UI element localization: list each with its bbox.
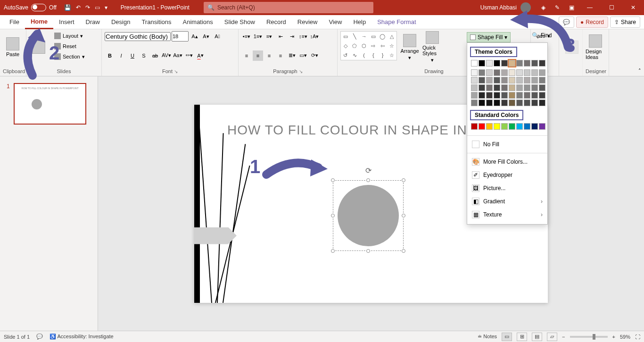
align-right-button[interactable]: ≡ [264, 50, 274, 61]
spacing-button[interactable]: AV▾ [161, 50, 172, 61]
smartart-button[interactable]: ⟳▾ [309, 50, 320, 61]
tab-record[interactable]: Record [261, 15, 292, 29]
minimize-button[interactable]: — [579, 4, 601, 11]
color-swatch[interactable] [486, 69, 493, 76]
line-spacing-button[interactable]: ↕≡▾ [298, 31, 308, 42]
color-swatch[interactable] [501, 77, 508, 83]
color-swatch[interactable] [524, 60, 530, 67]
color-swatch[interactable] [501, 92, 508, 99]
reset-button[interactable]: Reset [51, 42, 88, 51]
align-center-button[interactable]: ≡ [253, 50, 263, 61]
color-swatch[interactable] [531, 123, 538, 130]
color-swatch[interactable] [531, 84, 538, 91]
notes-button[interactable]: ≐ Notes [478, 334, 497, 340]
zoom-slider[interactable] [570, 336, 608, 338]
comments-button[interactable]: 💬 [559, 17, 574, 28]
numbering-button[interactable]: 1≡▾ [253, 31, 263, 42]
strike-button[interactable]: ab [150, 50, 160, 61]
design-ideas-button[interactable]: Design Ideas [586, 31, 605, 63]
color-swatch[interactable] [516, 77, 523, 83]
resize-handle[interactable] [331, 178, 335, 182]
bullets-button[interactable]: •≡▾ [241, 31, 252, 42]
color-swatch[interactable] [509, 92, 515, 99]
color-swatch[interactable] [479, 69, 485, 76]
color-swatch[interactable] [494, 60, 500, 67]
color-swatch[interactable] [501, 100, 508, 106]
resize-handle[interactable] [366, 178, 370, 182]
resize-handle[interactable] [402, 249, 405, 253]
color-swatch[interactable] [516, 84, 523, 91]
paste-button[interactable]: Paste [3, 31, 23, 63]
color-swatch[interactable] [524, 123, 530, 130]
comments-status-icon[interactable]: 💬 [36, 334, 43, 340]
bold-button[interactable]: B [105, 50, 115, 61]
qat-customize-icon[interactable]: ▾ [105, 4, 107, 11]
tab-file[interactable]: File [4, 15, 25, 29]
color-swatch[interactable] [486, 77, 493, 83]
collapse-ribbon-icon[interactable]: ˄ [638, 68, 641, 74]
color-swatch[interactable] [524, 100, 530, 106]
tab-animations[interactable]: Animations [177, 15, 219, 29]
color-swatch[interactable] [539, 60, 545, 67]
color-swatch[interactable] [471, 123, 478, 130]
resize-handle[interactable] [402, 178, 405, 182]
color-swatch[interactable] [531, 92, 538, 99]
color-swatch[interactable] [501, 69, 508, 76]
color-swatch[interactable] [494, 92, 500, 99]
tab-draw[interactable]: Draw [80, 15, 106, 29]
color-swatch[interactable] [509, 84, 515, 91]
color-swatch[interactable] [479, 123, 485, 130]
section-button[interactable]: Section ▾ [51, 52, 88, 61]
color-swatch[interactable] [471, 84, 478, 91]
slideshow-view-button[interactable]: ▱ [547, 333, 557, 341]
highlight-button[interactable]: ✏▾ [184, 50, 194, 61]
resize-handle[interactable] [331, 214, 335, 217]
quick-styles-button[interactable]: Quick Styles▾ [422, 31, 442, 63]
color-swatch[interactable] [524, 84, 530, 91]
increase-indent-button[interactable]: ⇥ [287, 31, 297, 42]
tab-design[interactable]: Design [106, 15, 136, 29]
resize-handle[interactable] [331, 249, 335, 253]
accessibility-status[interactable]: ♿ Accessibility: Investigate [50, 334, 114, 340]
redo-icon[interactable]: ↷ [85, 4, 90, 11]
color-swatch[interactable] [471, 100, 478, 106]
arrange-button[interactable]: Arrange▾ [400, 31, 420, 63]
font-name-input[interactable] [105, 32, 171, 41]
record-button[interactable]: ● Record [576, 17, 608, 28]
columns-button[interactable]: ≣▾ [287, 50, 297, 61]
font-launcher-icon[interactable]: ↘ [174, 69, 178, 74]
picture-item[interactable]: 🖼Picture... [467, 182, 547, 195]
eyedropper-item[interactable]: ✐Eyedropper [467, 168, 547, 182]
new-slide-button[interactable] [29, 31, 48, 63]
color-swatch[interactable] [479, 77, 485, 83]
color-swatch[interactable] [494, 77, 500, 83]
color-swatch[interactable] [539, 123, 545, 130]
find-button[interactable]: 🔍 Find [532, 32, 552, 39]
decrease-indent-button[interactable]: ⇤ [275, 31, 286, 42]
no-fill-item[interactable]: No Fill [467, 138, 547, 151]
align-left-button[interactable]: ≡ [241, 50, 252, 61]
color-swatch[interactable] [471, 92, 478, 99]
zoom-in-button[interactable]: + [612, 334, 615, 340]
color-swatch[interactable] [471, 77, 478, 83]
tab-transitions[interactable]: Transitions [136, 15, 177, 29]
slide-canvas[interactable]: HOW TO FILL COLOUR IN SHAPE IN POW ⟳ [98, 76, 644, 331]
color-swatch[interactable] [524, 69, 530, 76]
color-swatch[interactable] [494, 69, 500, 76]
maximize-button[interactable]: ☐ [601, 4, 622, 11]
magic-icon[interactable]: ✎ [550, 4, 564, 11]
tab-review[interactable]: Review [292, 15, 323, 29]
slideshow-icon[interactable]: ▭ [95, 4, 100, 11]
color-swatch[interactable] [494, 84, 500, 91]
zoom-level[interactable]: 59% [620, 334, 630, 340]
sorter-view-button[interactable]: ⊞ [517, 333, 527, 341]
slider-thumb[interactable] [593, 334, 595, 340]
color-swatch[interactable] [486, 123, 493, 130]
color-swatch[interactable] [486, 84, 493, 91]
autosave-toggle[interactable]: AutoSave Off [0, 4, 60, 11]
layout-button[interactable]: Layout ▾ [51, 31, 88, 41]
zoom-out-button[interactable]: − [562, 334, 565, 340]
justify-button[interactable]: ≡ [275, 50, 286, 61]
tab-view[interactable]: View [323, 15, 347, 29]
color-swatch[interactable] [539, 77, 545, 83]
